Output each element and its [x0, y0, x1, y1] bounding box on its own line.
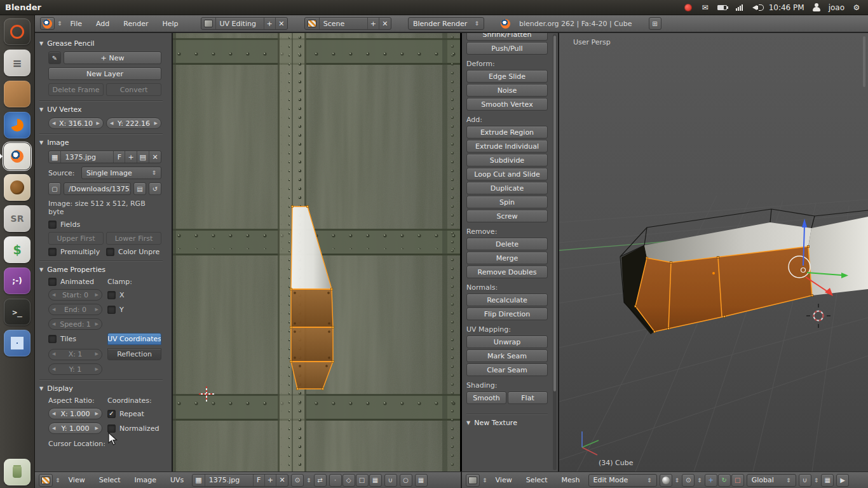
increment-arrow-icon[interactable]: ▶ — [95, 308, 98, 312]
aspect-y-stepper[interactable]: ◀ Y: 1.000 ▶ — [48, 423, 102, 434]
message-indicator-icon[interactable]: ✉ — [700, 3, 710, 13]
increment-arrow-icon[interactable]: ▶ — [95, 412, 98, 416]
increment-arrow-icon[interactable]: ▶ — [95, 352, 98, 356]
launcher-item-firefox[interactable] — [4, 112, 31, 139]
panel-uv-vertex-header[interactable]: ▼ UV Vertex — [39, 103, 163, 116]
tool-clear-seam[interactable]: Clear Seam — [466, 363, 548, 376]
repeat-checkbox[interactable]: ✓ Repeat — [107, 410, 161, 418]
image-add-button[interactable]: + — [125, 151, 137, 163]
grease-pencil-new-button[interactable]: + New — [64, 51, 161, 64]
image-path-field[interactable]: /Downloads/1375.jpg — [64, 182, 131, 195]
editor-type-button[interactable] — [466, 474, 480, 487]
render-opengl-button[interactable]: ▦ — [821, 474, 834, 487]
uv-vertex-x-stepper[interactable]: ◀ X: 316.10 ▶ — [48, 118, 104, 129]
increment-arrow-icon[interactable]: ▶ — [95, 293, 98, 297]
panel-new-texture-header[interactable]: ▼ New Texture — [466, 414, 548, 428]
increment-arrow-icon[interactable]: ▶ — [97, 121, 100, 126]
reload-image-button[interactable]: ↺ — [149, 182, 161, 195]
sync-selection-toggle[interactable]: ⇄ — [314, 474, 327, 487]
lower-first-button[interactable]: Lower First — [106, 232, 161, 245]
viewport-scrollbar[interactable] — [863, 36, 865, 87]
panel-image-header[interactable]: ▼ Image — [39, 136, 163, 149]
aspect-x-stepper[interactable]: ◀ X: 1.000 ▶ — [48, 408, 102, 419]
session-gear-icon[interactable]: ⚙ — [851, 3, 862, 13]
tool-delete[interactable]: Delete — [466, 238, 548, 250]
layout-name-field[interactable]: UV Editing — [216, 18, 264, 29]
tiles-y-stepper[interactable]: ◀ Y: 1 ▶ — [48, 363, 102, 375]
scene-name-field[interactable]: Scene — [320, 18, 368, 29]
tool-extrude-region[interactable]: Extrude Region — [466, 126, 548, 139]
clock[interactable]: 10:46 PM — [769, 3, 804, 12]
select-mode-edge-button[interactable]: ◇ — [342, 474, 355, 487]
tool-shade-smooth[interactable]: Smooth — [466, 391, 506, 404]
image-add-button[interactable]: + — [265, 475, 276, 486]
layout-add-button[interactable]: + — [264, 18, 276, 29]
v3d-menu-view[interactable]: View — [490, 474, 518, 486]
scene-delete-button[interactable]: ✕ — [379, 18, 391, 29]
increment-arrow-icon[interactable]: ▶ — [154, 121, 158, 126]
tool-screw[interactable]: Screw — [466, 210, 548, 222]
layout-browse-icon[interactable] — [201, 18, 216, 29]
sound-icon[interactable] — [752, 3, 762, 13]
editor-type-button[interactable] — [39, 474, 53, 487]
premultiply-checkbox[interactable]: Premultiply — [48, 248, 104, 256]
pivot-select-button[interactable]: ⊙ — [291, 474, 304, 487]
launcher-item-screen-recorder[interactable]: SR — [4, 205, 31, 232]
increment-arrow-icon[interactable]: ▶ — [95, 367, 98, 372]
toolshelf-scrollbar[interactable] — [553, 34, 557, 470]
update-alert-icon[interactable] — [683, 3, 693, 13]
panel-display-header[interactable]: ▼ Display — [39, 382, 163, 395]
draw-other-objects-button[interactable]: ▦ — [415, 474, 428, 487]
interaction-mode-select[interactable]: Edit Mode ⇕ — [588, 474, 657, 487]
tool-remove-doubles[interactable]: Remove Doubles — [466, 266, 548, 278]
panel-grease-pencil-header[interactable]: ▼ Grease Pencil — [39, 37, 163, 50]
select-mode-face-button[interactable]: □ — [356, 474, 369, 487]
tool-merge[interactable]: Merge — [466, 252, 548, 264]
delete-frame-button[interactable]: Delete Frame — [48, 83, 104, 96]
tool-spin[interactable]: Spin — [466, 196, 548, 208]
tool-extrude-individual[interactable]: Extrude Individual — [466, 140, 548, 152]
transform-orientation-select[interactable]: Global ⇕ — [747, 474, 796, 487]
render-engine-select[interactable]: Blender Render ⇕ — [408, 17, 484, 30]
launcher-item-messenger[interactable]: ;-) — [4, 268, 31, 294]
reflection-toggle[interactable]: Reflection — [107, 348, 161, 360]
image-unlink-button[interactable]: ✕ — [276, 475, 288, 486]
anim-speed-stepper[interactable]: ◀ Speed: 1 ▶ — [48, 318, 102, 330]
scene-add-button[interactable]: + — [368, 18, 379, 29]
manipulator-scale-button[interactable]: □ — [731, 474, 744, 487]
snap-toggle-button[interactable]: ∪ — [384, 474, 397, 487]
anim-end-stepper[interactable]: ◀ End: 0 ▶ — [48, 304, 102, 315]
fields-checkbox[interactable]: Fields — [48, 220, 161, 229]
fake-user-button[interactable]: F — [114, 151, 125, 163]
manipulator-translate-button[interactable]: + — [705, 474, 717, 487]
uv-menu-view[interactable]: View — [63, 474, 91, 486]
image-unlink-button[interactable]: ✕ — [149, 151, 161, 163]
select-mode-island-button[interactable]: ▦ — [369, 474, 382, 487]
tool-flip-direction[interactable]: Flip Direction — [466, 308, 548, 320]
tool-loop-cut-slide[interactable]: Loop Cut and Slide — [466, 168, 548, 180]
manipulator-rotate-button[interactable]: ↻ — [718, 474, 731, 487]
pivot-point-button[interactable]: ⊙ — [682, 474, 695, 487]
tool-smooth-vertex[interactable]: Smooth Vertex — [466, 98, 548, 111]
username[interactable]: joao — [829, 3, 844, 12]
animated-checkbox[interactable]: Animated — [48, 278, 102, 286]
new-layer-button[interactable]: New Layer — [48, 67, 161, 80]
tiles-x-stepper[interactable]: ◀ X: 1 ▶ — [48, 349, 102, 360]
launcher-item-finance[interactable]: $ — [4, 236, 31, 263]
image-browse-icon[interactable]: ▦ — [193, 475, 205, 486]
render-opengl-anim-button[interactable]: ▶ — [836, 474, 849, 487]
window-duplicate-button[interactable]: ⊞ — [649, 17, 661, 30]
clamp-x-checkbox[interactable]: X — [107, 291, 161, 299]
uv-coordinates-toggle[interactable]: UV Coordinates — [107, 333, 161, 345]
v3d-menu-mesh[interactable]: Mesh — [556, 474, 586, 486]
grease-pencil-draw-button[interactable]: ✎ — [48, 51, 61, 64]
launcher-item-workspaces[interactable] — [4, 330, 31, 356]
scene-browse-icon[interactable] — [305, 18, 320, 29]
increment-arrow-icon[interactable]: ▶ — [95, 426, 98, 431]
tiles-checkbox[interactable]: Tiles — [48, 335, 102, 343]
tool-shrink-flatten[interactable]: Shrink/Flatten — [466, 33, 548, 41]
fake-user-button[interactable]: F — [254, 475, 265, 486]
battery-icon[interactable] — [717, 3, 728, 13]
launcher-item-blender[interactable] — [4, 143, 31, 170]
launcher-item-files[interactable]: ≡ — [4, 50, 31, 76]
